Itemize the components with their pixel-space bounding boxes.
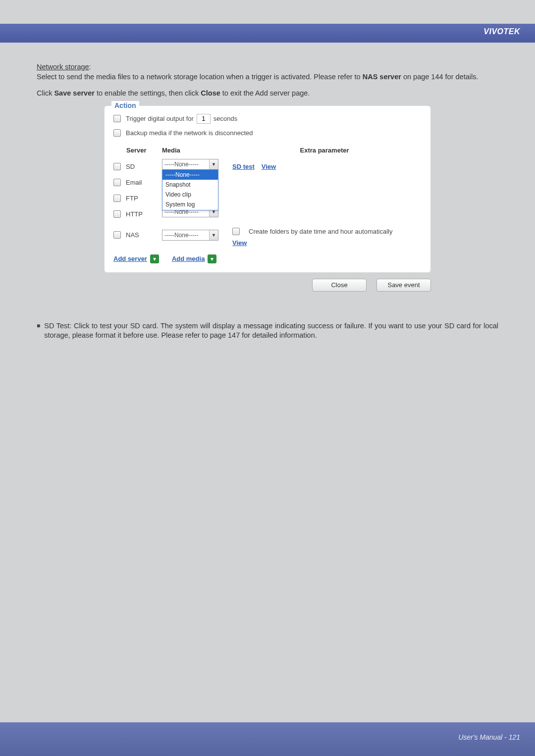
option-videoclip[interactable]: Video clip — [162, 190, 218, 200]
intro-text-2e: to exit the Add server page. — [220, 89, 310, 97]
save-server-ref: Save server — [54, 89, 94, 97]
add-server-text: Add server — [113, 254, 147, 263]
sd-extra: SD test View — [227, 159, 422, 175]
intro-text-1c: on page 144 for details. — [401, 73, 479, 81]
footer-text: User's Manual - 121 — [458, 733, 520, 741]
row-email: Email — [113, 175, 162, 191]
backup-checkbox[interactable] — [113, 129, 121, 137]
add-media-text: Add media — [172, 254, 205, 263]
http-checkbox[interactable] — [113, 210, 121, 218]
trigger-label-b: seconds — [214, 114, 237, 123]
sd-test-note: ■ SD Test: Click to test your SD card. T… — [37, 321, 498, 341]
intro-text-2c: to enable the settings, then click — [95, 89, 201, 97]
trigger-seconds-input[interactable] — [197, 114, 211, 124]
close-ref: Close — [201, 89, 220, 97]
option-none[interactable]: -----None----- — [162, 170, 218, 180]
nas-folders-checkbox[interactable] — [232, 228, 240, 235]
add-media-icon: ▾ — [208, 254, 216, 263]
http-label: HTTP — [126, 210, 143, 219]
ftp-checkbox[interactable] — [113, 195, 121, 202]
add-media-link[interactable]: Add media ▾ — [172, 254, 216, 263]
bullet-icon: ■ — [37, 321, 40, 341]
close-button[interactable]: Close — [312, 279, 367, 292]
nas-checkbox[interactable] — [113, 231, 121, 239]
nas-extra: Create folders by date time and hour aut… — [227, 227, 393, 248]
intro-text-2a: Click — [37, 89, 54, 97]
intro-para-1: Network storage: Select to send the medi… — [37, 62, 498, 82]
save-event-button[interactable]: Save event — [376, 279, 431, 292]
action-panel: Action Trigger digital output for second… — [104, 105, 431, 273]
th-extra: Extra parameter — [227, 146, 422, 155]
intro-text-1a: Select to send the media files to a netw… — [37, 73, 363, 81]
header-band — [0, 24, 535, 43]
option-systemlog[interactable]: System log — [162, 200, 218, 209]
footer-band — [0, 722, 535, 756]
email-label: Email — [126, 178, 142, 187]
nas-folders-label: Create folders by date time and hour aut… — [249, 227, 393, 236]
row-nas: NAS -----None----- ▼ Create folders by d… — [113, 227, 422, 248]
sd-label: SD — [126, 162, 135, 171]
sd-test-text: SD Test: Click to test your SD card. The… — [44, 321, 498, 341]
row-sd: SD — [113, 159, 162, 175]
email-checkbox[interactable] — [113, 179, 121, 186]
page-content: Network storage: Select to send the medi… — [37, 62, 498, 341]
chevron-down-icon: ▼ — [209, 230, 218, 240]
add-server-link[interactable]: Add server ▾ — [113, 254, 159, 263]
chevron-down-icon: ▼ — [209, 159, 218, 169]
nas-label: NAS — [126, 231, 139, 240]
trigger-label-a: Trigger digital output for — [126, 114, 194, 123]
network-storage-heading: Network storage — [37, 63, 89, 71]
sd-view-link[interactable]: View — [262, 162, 276, 171]
th-media: Media — [162, 146, 227, 155]
panel-legend: Action — [111, 101, 139, 110]
sd-media-value: -----None----- — [164, 160, 199, 168]
sd-media-select[interactable]: -----None----- ▼ — [162, 159, 218, 170]
row-http: HTTP — [113, 206, 162, 222]
trigger-row: Trigger digital output for seconds — [113, 114, 422, 124]
add-server-icon: ▾ — [150, 254, 159, 263]
intro-para-2: Click Save server to enable the settings… — [37, 89, 498, 99]
th-server: Server — [126, 146, 162, 155]
sd-media-cell: -----None----- ▼ -----None----- Snapshot… — [162, 159, 227, 175]
add-line: Add server ▾ Add media ▾ — [113, 254, 422, 263]
brand-label: VIVOTEK — [483, 27, 520, 36]
ftp-label: FTP — [126, 194, 138, 203]
row-ftp: FTP — [113, 191, 162, 206]
panel-buttons: Close Save event — [104, 279, 431, 292]
option-snapshot[interactable]: Snapshot — [162, 180, 218, 190]
backup-label: Backup media if the network is disconnec… — [126, 129, 253, 138]
sd-media-dropdown[interactable]: -----None----- Snapshot Video clip Syste… — [162, 169, 218, 210]
sd-test-link[interactable]: SD test — [232, 162, 255, 171]
nas-media-value: -----None----- — [164, 231, 199, 239]
sd-checkbox[interactable] — [113, 163, 121, 170]
table-header: Server Media Extra parameter — [113, 142, 422, 159]
nas-server-ref: NAS server — [363, 73, 401, 81]
backup-row: Backup media if the network is disconnec… — [113, 129, 422, 138]
trigger-checkbox[interactable] — [113, 115, 121, 122]
nas-media-select[interactable]: -----None----- ▼ — [162, 230, 218, 241]
nas-view-link[interactable]: View — [232, 239, 393, 248]
